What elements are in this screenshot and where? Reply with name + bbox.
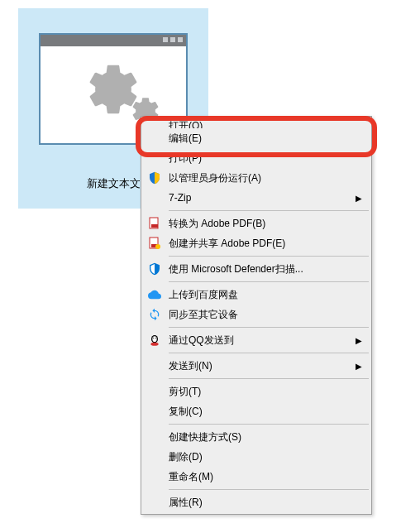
blank-icon [147, 190, 162, 205]
menu-item-properties[interactable]: 属性(R) [142, 492, 370, 512]
svg-point-8 [155, 338, 156, 338]
menu-label: 7-Zip [169, 192, 346, 204]
chevron-right-icon: ▶ [356, 336, 362, 345]
menu-label: 剪切(T) [169, 385, 346, 399]
menu-label: 使用 Microsoft Defender扫描... [169, 262, 346, 276]
menu-label: 打印(P) [169, 151, 346, 166]
cloud-upload-icon [147, 287, 162, 302]
menu-label: 以管理员身份运行(A) [169, 171, 346, 185]
menu-label: 转换为 Adobe PDF(B) [169, 217, 346, 231]
blank-icon [147, 358, 162, 373]
menu-item-delete[interactable]: 删除(D) [142, 447, 370, 467]
defender-icon [147, 262, 162, 276]
chevron-right-icon: ▶ [356, 362, 362, 371]
menu-label: 创建快捷方式(S) [169, 430, 346, 444]
menu-item-convert-pdf[interactable]: 转换为 Adobe PDF(B) [142, 214, 370, 233]
menu-separator [169, 353, 369, 353]
menu-item-sync-devices[interactable]: 同步至其它设备 [142, 305, 370, 324]
menu-separator [169, 424, 369, 425]
blank-icon [147, 404, 162, 419]
menu-item-run-as-admin[interactable]: 以管理员身份运行(A) [142, 168, 370, 188]
blank-icon [147, 469, 162, 484]
menu-label: 上传到百度网盘 [169, 288, 346, 302]
menu-separator [169, 256, 369, 257]
pdf-icon [147, 216, 162, 231]
qq-icon [147, 333, 162, 348]
menu-separator [169, 281, 369, 282]
menu-label: 通过QQ发送到 [169, 334, 346, 348]
blank-icon [147, 430, 162, 444]
menu-label: 同步至其它设备 [169, 308, 346, 322]
pdf-share-icon [147, 236, 162, 251]
svg-point-7 [153, 338, 154, 338]
menu-item-defender-scan[interactable]: 使用 Microsoft Defender扫描... [142, 259, 370, 279]
menu-item-7zip[interactable]: 7-Zip ▶ [142, 188, 370, 208]
menu-label: 打开(O) [169, 119, 346, 128]
menu-label: 复制(C) [169, 405, 346, 419]
menu-label: 发送到(N) [169, 359, 346, 373]
menu-item-open[interactable]: 打开(O) [142, 118, 370, 128]
menu-label: 删除(D) [169, 450, 346, 464]
blank-icon [147, 495, 162, 510]
menu-item-edit[interactable]: 编辑(E) [142, 128, 370, 148]
menu-label: 编辑(E) [169, 132, 346, 146]
thumbnail-titlebar [41, 35, 186, 46]
menu-separator [169, 210, 369, 211]
menu-label: 重命名(M) [169, 470, 346, 484]
menu-label: 创建并共享 Adobe PDF(E) [169, 237, 346, 251]
menu-separator [169, 378, 369, 379]
file-label: 新建文本文 [87, 176, 141, 191]
menu-item-create-shortcut[interactable]: 创建快捷方式(S) [142, 427, 370, 447]
menu-item-upload-baidu[interactable]: 上传到百度网盘 [142, 285, 370, 305]
svg-rect-1 [151, 224, 158, 228]
blank-icon [147, 449, 162, 464]
svg-point-9 [150, 343, 158, 346]
menu-item-cut[interactable]: 剪切(T) [142, 382, 370, 401]
svg-point-4 [155, 244, 160, 249]
svg-point-6 [152, 336, 156, 342]
blank-icon [147, 131, 162, 146]
menu-label: 属性(R) [169, 496, 346, 510]
menu-separator [169, 327, 369, 328]
menu-item-send-to[interactable]: 发送到(N) ▶ [142, 356, 370, 376]
blank-icon [147, 151, 162, 166]
sync-icon [147, 307, 162, 322]
menu-item-print[interactable]: 打印(P) [142, 148, 370, 168]
shield-icon [147, 170, 162, 185]
context-menu: 打开(O) 编辑(E) 打印(P) 以管理员身份运行(A) 7-Zip ▶ 转换… [141, 116, 372, 515]
blank-icon [147, 384, 162, 399]
menu-separator [169, 489, 369, 490]
menu-item-qq-send[interactable]: 通过QQ发送到 ▶ [142, 330, 370, 350]
menu-item-rename[interactable]: 重命名(M) [142, 467, 370, 487]
menu-item-create-share-pdf[interactable]: 创建并共享 Adobe PDF(E) [142, 233, 370, 253]
menu-item-copy[interactable]: 复制(C) [142, 401, 370, 421]
chevron-right-icon: ▶ [356, 194, 362, 203]
